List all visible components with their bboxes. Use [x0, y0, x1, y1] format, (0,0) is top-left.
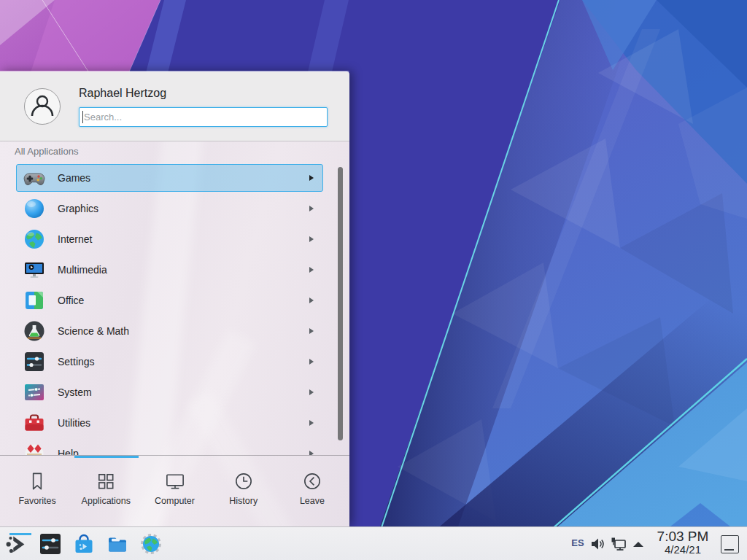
digital-clock[interactable]: 7:03 PM 4/24/21: [653, 529, 713, 556]
menu-header: Raphael Hertzog: [0, 71, 349, 141]
submenu-arrow-icon: [309, 420, 314, 426]
person-icon: [25, 89, 60, 124]
menu-item-label: Help: [58, 448, 309, 455]
clock-time: 7:03 PM: [653, 529, 713, 544]
tab-applications[interactable]: Applications: [71, 456, 140, 527]
tab-label: Leave: [300, 496, 325, 506]
volume-icon[interactable]: [589, 536, 605, 555]
tab-label: Favorites: [18, 496, 55, 506]
menu-item-help[interactable]: Help: [16, 440, 323, 455]
tab-label: Applications: [82, 496, 131, 506]
app-grid-icon: [95, 470, 117, 492]
menu-item-label: Science & Math: [58, 325, 309, 337]
menu-item-graphics[interactable]: Graphics: [16, 195, 323, 222]
application-launcher-menu: Raphael Hertzog All Applications: [0, 71, 350, 526]
monitor-icon: [164, 470, 186, 492]
menu-item-multimedia[interactable]: Multimedia: [16, 256, 323, 284]
desktop: Raphael Hertzog All Applications: [0, 0, 747, 560]
keyboard-layout-indicator[interactable]: ES: [569, 537, 587, 548]
menu-item-label: Settings: [58, 356, 309, 368]
submenu-arrow-icon: [309, 298, 314, 303]
gamepad-icon: [23, 166, 46, 190]
dolphin-taskbar-button[interactable]: [104, 531, 131, 557]
system-settings-icon: [39, 532, 62, 556]
menu-item-games[interactable]: Games: [16, 164, 323, 192]
expand-tray-caret-icon[interactable]: [633, 542, 643, 547]
user-avatar: [24, 88, 61, 125]
kde-kickoff-icon: [4, 532, 29, 556]
settings-sliders-icon: [23, 350, 46, 373]
office-icon: [23, 289, 46, 312]
graphics-sphere-icon: [23, 197, 46, 220]
menu-item-label: System: [58, 386, 309, 398]
tab-computer[interactable]: Computer: [140, 456, 209, 527]
menu-item-label: Internet: [58, 233, 309, 245]
leave-icon: [301, 470, 323, 492]
tab-leave[interactable]: Leave: [278, 456, 347, 527]
bookmark-icon: [26, 470, 48, 492]
user-name: Raphael Hertzog: [79, 87, 166, 100]
text-caret: [82, 111, 83, 123]
search-input[interactable]: [79, 107, 328, 127]
menu-item-label: Office: [58, 295, 309, 306]
menu-item-label: Multimedia: [58, 264, 309, 276]
menu-item-label: Graphics: [58, 203, 309, 214]
utilities-toolbox-icon: [23, 411, 46, 435]
help-lifering-icon: [23, 442, 46, 455]
web-browser-taskbar-button[interactable]: [138, 531, 164, 557]
multimedia-icon: [23, 258, 46, 281]
menu-item-science-math[interactable]: Science & Math: [16, 317, 323, 345]
list-scrollbar[interactable]: [338, 167, 343, 440]
section-label: All Applications: [15, 146, 78, 157]
tab-label: History: [229, 496, 258, 506]
launcher-open-indicator: [9, 533, 31, 535]
menu-item-settings[interactable]: Settings: [16, 348, 323, 376]
dolphin-folder-icon: [106, 532, 129, 556]
menu-item-office[interactable]: Office: [16, 287, 323, 314]
network-icon[interactable]: [610, 536, 627, 556]
discover-taskbar-button[interactable]: [71, 531, 97, 557]
application-launcher-button[interactable]: [4, 531, 30, 557]
system-icon: [23, 381, 46, 404]
tab-label: Computer: [155, 496, 195, 506]
submenu-arrow-icon: [309, 389, 314, 395]
system-settings-taskbar-button[interactable]: [37, 531, 63, 557]
clock-icon: [233, 470, 255, 492]
submenu-arrow-icon: [309, 175, 314, 181]
menu-item-internet[interactable]: Internet: [16, 225, 323, 253]
taskbar-panel: ES 7:03 PM 4/24/21: [0, 526, 747, 560]
menu-item-system[interactable]: System: [16, 378, 323, 406]
menu-item-utilities[interactable]: Utilities: [16, 409, 323, 437]
discover-icon: [72, 532, 96, 556]
submenu-arrow-icon: [309, 236, 314, 242]
tab-favorites[interactable]: Favorites: [3, 456, 71, 527]
menu-item-label: Games: [58, 172, 309, 184]
application-category-list: Games Graphics: [0, 163, 349, 455]
submenu-arrow-icon: [309, 328, 314, 334]
clock-date: 4/24/21: [653, 544, 713, 556]
kickoff-tab-bar: Favorites Applications C: [0, 456, 349, 527]
submenu-arrow-icon: [309, 206, 314, 211]
web-browser-globe-icon: [139, 532, 163, 556]
science-flask-icon: [23, 319, 46, 343]
show-desktop-button[interactable]: [721, 535, 739, 553]
globe-icon: [23, 228, 46, 251]
submenu-arrow-icon: [309, 359, 314, 365]
submenu-arrow-icon: [309, 267, 314, 273]
tab-history[interactable]: History: [209, 456, 278, 527]
menu-item-label: Utilities: [58, 417, 309, 429]
